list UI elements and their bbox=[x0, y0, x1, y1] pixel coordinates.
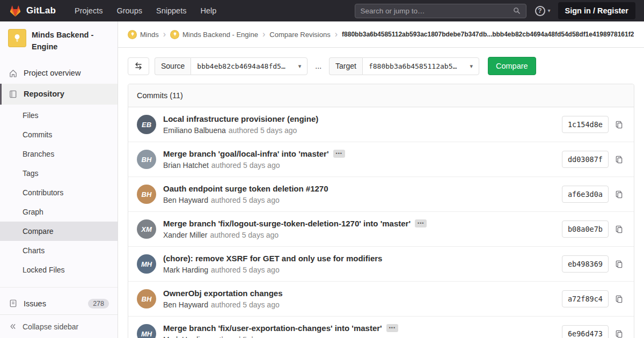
home-icon bbox=[9, 69, 18, 78]
sidebar-subitem[interactable]: Graph bbox=[0, 202, 118, 222]
project-name: Minds Backend - Engine bbox=[32, 29, 110, 53]
collapse-sidebar-button[interactable]: Collapse sidebar bbox=[0, 314, 118, 338]
chevron-right-icon: › bbox=[334, 30, 338, 39]
commit-title-link[interactable]: Merge branch 'fix/user-exportation-chang… bbox=[163, 324, 382, 333]
sidebar-item-label: Project overview bbox=[24, 69, 80, 77]
sidebar-subitem[interactable]: Compare bbox=[0, 222, 118, 241]
commit-title-link[interactable]: (chore): remove XSRF for GET and only us… bbox=[163, 254, 382, 263]
breadcrumb-group-link[interactable]: Minds bbox=[128, 30, 159, 39]
commit-sha[interactable]: 6e96d473 bbox=[562, 325, 609, 338]
project-avatar-small bbox=[170, 30, 179, 39]
commit-sha[interactable]: af6e3d0a bbox=[562, 186, 609, 203]
commit-title-link[interactable]: Merge branch 'fix/logout-surge-token-del… bbox=[163, 219, 411, 228]
commit-author-link[interactable]: Xander Miller bbox=[163, 231, 207, 239]
copy-sha-button[interactable] bbox=[613, 328, 625, 338]
copy-sha-button[interactable] bbox=[613, 188, 625, 201]
commit-sha[interactable]: 1c154d8e bbox=[562, 116, 609, 133]
gitlab-tanuki-icon bbox=[9, 4, 22, 18]
commit-sha[interactable]: a72f89c4 bbox=[562, 290, 609, 307]
commit-sha[interactable]: dd03087f bbox=[562, 151, 609, 168]
compare-button[interactable]: Compare bbox=[488, 57, 536, 75]
chevron-right-icon: › bbox=[262, 30, 266, 39]
copy-sha-button[interactable] bbox=[613, 258, 625, 270]
commit-row: XM Merge branch 'fix/logout-surge-token-… bbox=[128, 212, 634, 247]
nav-item-projects[interactable]: Projects bbox=[68, 0, 109, 21]
avatar: MH bbox=[137, 254, 156, 274]
commit-authored-text: authored 5 days ago bbox=[211, 266, 280, 274]
source-ref-value: bbb4eb82cb4694a48fd5… bbox=[197, 62, 285, 70]
breadcrumb: Minds › Minds Backend - Engine › Compare… bbox=[118, 21, 644, 48]
commit-title-link[interactable]: Oauth endpoint surge token deletion #127… bbox=[163, 184, 328, 193]
avatar: XM bbox=[137, 219, 156, 239]
collapse-sidebar-label: Collapse sidebar bbox=[23, 322, 78, 331]
target-ref-dropdown[interactable]: f880bb3a6b4585112ab5… ▾ bbox=[362, 57, 479, 75]
commit-description-toggle[interactable]: ••• bbox=[333, 150, 345, 158]
chevron-right-icon: › bbox=[163, 30, 166, 39]
avatar: MH bbox=[137, 324, 156, 338]
copy-sha-button[interactable] bbox=[613, 293, 625, 305]
commit-author-link[interactable]: Ben Hayward bbox=[163, 196, 208, 204]
commit-author-link[interactable]: Emiliano Balbuena bbox=[163, 126, 226, 135]
gitlab-logo-link[interactable]: GitLab bbox=[9, 4, 56, 18]
copy-sha-button[interactable] bbox=[613, 153, 625, 166]
copy-sha-button[interactable] bbox=[613, 223, 625, 236]
lightbulb-icon bbox=[130, 32, 135, 37]
commit-description-toggle[interactable]: ••• bbox=[415, 219, 427, 227]
navbar-menu: Projects Groups Snippets Help bbox=[68, 0, 223, 21]
sidebar-subitem[interactable]: Files bbox=[0, 106, 118, 125]
compare-separator: ... bbox=[313, 62, 324, 70]
clipboard-icon bbox=[615, 156, 623, 164]
target-label: Target bbox=[329, 57, 362, 75]
commit-author-link[interactable]: Mark Harding bbox=[163, 266, 208, 274]
nav-item-groups[interactable]: Groups bbox=[109, 0, 149, 21]
help-dropdown[interactable]: ? ▾ bbox=[535, 6, 551, 16]
swap-revisions-button[interactable] bbox=[128, 57, 149, 75]
commit-title-link[interactable]: Local infrastructure provisioner (engine… bbox=[163, 114, 318, 123]
commit-sha[interactable]: eb498369 bbox=[562, 255, 609, 273]
commit-row: BH Oauth endpoint surge token deletion #… bbox=[128, 177, 634, 212]
chevron-down-icon: ▾ bbox=[298, 63, 302, 69]
project-header-link[interactable]: Minds Backend - Engine bbox=[0, 21, 118, 58]
group-avatar bbox=[128, 30, 137, 39]
commit-author-link[interactable]: Brian Hatchet bbox=[163, 161, 209, 170]
source-label: Source bbox=[155, 57, 191, 75]
breadcrumb-section-label: Compare Revisions bbox=[269, 31, 330, 39]
sidebar-subitem[interactable]: Branches bbox=[0, 144, 118, 164]
sidebar-nav: Project overview Repository Files Commit… bbox=[0, 63, 118, 314]
sidebar-subitem[interactable]: Contributors bbox=[0, 183, 118, 202]
commit-author-link[interactable]: Ben Hayward bbox=[163, 300, 208, 309]
search-input[interactable] bbox=[361, 7, 509, 15]
sidebar-subitem[interactable]: Locked Files bbox=[0, 260, 118, 280]
sign-in-register-button[interactable]: Sign in / Register bbox=[558, 2, 635, 19]
search-box[interactable] bbox=[355, 4, 526, 18]
breadcrumb-section-link[interactable]: Compare Revisions bbox=[269, 31, 330, 39]
copy-sha-button[interactable] bbox=[613, 119, 625, 131]
nav-item-help[interactable]: Help bbox=[193, 0, 223, 21]
commit-description-toggle[interactable]: ••• bbox=[386, 324, 398, 332]
breadcrumb-project-label: Minds Backend - Engine bbox=[182, 31, 258, 39]
lightbulb-icon bbox=[172, 32, 178, 37]
source-ref-dropdown[interactable]: bbb4eb82cb4694a48fd5… ▾ bbox=[191, 57, 308, 75]
commit-authored-text: authored 5 days ago bbox=[229, 126, 297, 135]
sidebar-subitem[interactable]: Charts bbox=[0, 241, 118, 260]
sidebar-item-repository[interactable]: Repository bbox=[0, 84, 118, 105]
clipboard-icon bbox=[615, 260, 623, 268]
commit-author-link[interactable]: Mark Harding bbox=[163, 335, 208, 338]
commit-sha[interactable]: b08a0e7b bbox=[562, 221, 609, 238]
clipboard-icon bbox=[615, 295, 623, 303]
sidebar-item-label: Issues bbox=[24, 299, 46, 308]
clipboard-icon bbox=[615, 330, 623, 338]
commit-list: EB Local infrastructure provisioner (eng… bbox=[128, 107, 634, 338]
commit-title-link[interactable]: OwnerObj exportation changes bbox=[163, 289, 283, 298]
sidebar-subitem[interactable]: Tags bbox=[0, 164, 118, 183]
commit-title-link[interactable]: Merge branch 'goal/local-infra' into 'ma… bbox=[163, 149, 329, 158]
commit-row: BH OwnerObj exportation changes ••• Ben … bbox=[128, 282, 634, 317]
sidebar-subitem[interactable]: Commits bbox=[0, 125, 118, 144]
nav-item-snippets[interactable]: Snippets bbox=[149, 0, 193, 21]
breadcrumb-project-link[interactable]: Minds Backend - Engine bbox=[170, 30, 258, 39]
double-chevron-left-icon bbox=[9, 322, 17, 330]
sidebar-item-project-overview[interactable]: Project overview bbox=[0, 63, 118, 84]
target-ref-value: f880bb3a6b4585112ab5… bbox=[369, 62, 457, 70]
clipboard-icon bbox=[615, 121, 623, 129]
sidebar-item-issues[interactable]: Issues 278 bbox=[0, 293, 118, 314]
